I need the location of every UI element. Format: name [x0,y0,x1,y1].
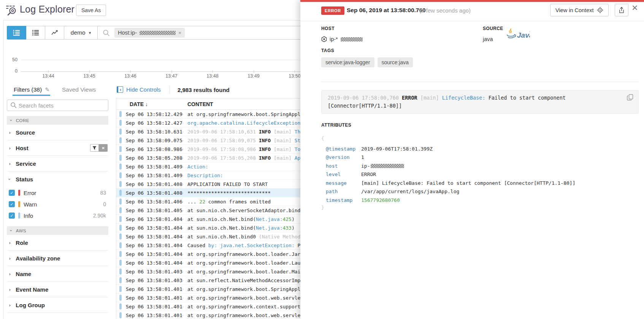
checkbox-checked-icon[interactable]: ✓ [9,201,15,207]
facet-list: ›CORE›Source›Host✕›Service›Status✓Error8… [7,116,108,313]
checkbox-checked-icon[interactable]: ✓ [9,190,15,196]
text-segment [439,95,442,101]
save-as-button[interactable]: Save As [76,5,106,16]
status-filter-warn[interactable]: ✓Warn0 [7,198,108,210]
copy-icon[interactable] [627,94,633,101]
log-timestamp: Sep 06, 2019 at 13:58:00.760 [347,7,426,14]
tags-list: service:java-loggersource:java [321,57,413,67]
row-content: Caused by: java.net.SocketException: Per… [187,243,309,248]
attribute-row[interactable]: @version1 [326,153,638,162]
search-filter-chip[interactable]: Host:ip- ✕ [114,28,185,38]
close-icon[interactable]: ✕ [631,3,638,13]
tag-chip[interactable]: source:java [378,57,413,67]
expand-chevron-icon: › [182,234,187,239]
facet-section-header-aws[interactable]: ›AWS [7,226,108,235]
expand-chevron-icon: › [182,260,187,265]
text-segment: ) [292,225,295,231]
text-segment: 22 [199,199,205,205]
hide-controls-button[interactable]: ‹ Hide Controls [117,86,161,93]
tag-chip[interactable]: service:java-logger [321,57,374,67]
facet-item-service[interactable]: ›Service [7,156,108,171]
expand-chevron-icon: › [182,225,187,230]
target-icon [597,7,603,13]
facet-section-label: AWS [16,229,26,233]
attribute-value: 2019-09-06T17:58:01.399Z [361,146,433,152]
y-axis-tick: 0 [9,68,17,74]
facet-item-status[interactable]: ›Status [7,171,108,187]
attribute-row[interactable]: timestamp1567792680760 [326,196,638,205]
date-column-label: DATE [130,101,144,107]
status-label: Info [24,213,33,219]
facet-item-source[interactable]: ›Source [7,125,108,140]
attribute-key: path [326,189,361,194]
redacted-host-text [371,164,404,168]
json-brace: { [321,135,324,141]
host-value[interactable]: ip-* [321,36,363,42]
attribute-row[interactable]: levelERROR [326,170,638,179]
tab-filters[interactable]: Filters (38) ✎ [14,86,50,93]
row-date: Sep 06 13:58:01.404 [122,260,182,266]
text-segment: common frames omitted [205,199,271,205]
text-segment: Net.java: [256,225,282,231]
expand-chevron-icon: › [182,199,187,204]
expand-chevron-icon: › [182,173,187,178]
expand-chevron-icon: › [182,121,187,125]
attribute-row[interactable]: hostip- [326,162,638,170]
column-header-date[interactable]: DATE↓ [116,101,187,107]
view-mode-condensed-button[interactable] [26,26,45,39]
row-date: Sep 06 13:58:01.401 [122,286,182,292]
text-segment: java.net.SocketException: [220,243,295,248]
row-content: 2019-09-06 17:58:08,986 INFO [main] Tomc… [187,146,309,152]
tab-saved-views[interactable]: Saved Views [62,86,96,93]
page-title: Log Explorer [20,4,75,15]
facet-item-name[interactable]: ›Name [7,266,108,282]
source-value[interactable]: java [483,36,503,42]
text-segment: 2019-09-06 17:58:09,075 [187,138,259,143]
edit-pencil-icon[interactable]: ✎ [45,86,50,93]
facet-item-host[interactable]: ›Host✕ [7,140,108,156]
share-button[interactable] [615,4,628,16]
x-axis-tick: 13:46 [124,73,136,79]
log-message-box: 2019-09-06 17:58:00,760 ERROR [main] Lif… [321,90,639,114]
status-color-swatch [18,201,20,207]
remove-filter-icon[interactable]: ✕ [178,31,181,35]
host-block: HOST ip-* [321,26,363,42]
search-facets-input[interactable] [7,100,108,111]
java-logo-icon: Java ™ [506,28,530,44]
status-color-swatch [18,213,20,219]
column-header-content[interactable]: CONTENT [187,101,213,107]
row-date: Sep 06 13:58:01.406 [122,199,182,205]
text-segment: [main] [274,129,292,135]
active-tab-underline [13,95,50,96]
status-filter-info[interactable]: ✓Info2.90k [7,210,108,221]
attribute-row[interactable]: path/var/app/current/logs/javaApp.log [326,187,638,196]
status-filter-error[interactable]: ✓Error83 [7,187,108,198]
attribute-key: @version [326,154,361,160]
expand-chevron-icon: › [182,278,187,282]
facet-sidebar: ›CORE›Source›Host✕›Service›Status✓Error8… [7,100,108,313]
expand-chevron-icon: › [182,252,187,256]
text-segment: at org.springframework.boot.SpringApplic… [187,111,312,117]
clear-filter-button[interactable]: ✕ [99,144,108,152]
attributes-list: @timestamp2019-09-06T17:58:01.399Z@versi… [326,144,638,205]
hide-controls-label: Hide Controls [126,86,161,93]
row-date: Sep 06 13:58:09.075 [122,138,182,143]
view-in-context-button[interactable]: View in Context [550,4,609,16]
attribute-row[interactable]: message[main] LifecycleBase: Failed to s… [326,179,638,187]
facet-section-header-core[interactable]: ›CORE [7,116,108,125]
facet-item-event-name[interactable]: ›Event Name [7,282,108,297]
attribute-value: 1567792680760 [361,197,400,203]
stream-select-dropdown[interactable]: demo ▾ [64,26,98,39]
tags-label: TAGS [321,48,413,53]
expand-chevron-icon: › [182,138,187,143]
view-mode-list-button[interactable] [7,26,26,40]
checkbox-checked-icon[interactable]: ✓ [9,213,15,219]
facet-item-availability-zone[interactable]: ›Availability zone [7,251,108,266]
facet-item-log-group[interactable]: ›Log Group [7,297,108,313]
svg-text:Java: Java [517,31,530,39]
facet-item-role[interactable]: ›Role [7,235,108,251]
attribute-row[interactable]: @timestamp2019-09-06T17:58:01.399Z [326,144,638,153]
row-content: at sun.nio.ch.Net.bind0 (Native Method) [187,234,303,240]
filter-funnel-button[interactable] [90,144,99,152]
view-mode-chart-button[interactable] [45,26,64,39]
